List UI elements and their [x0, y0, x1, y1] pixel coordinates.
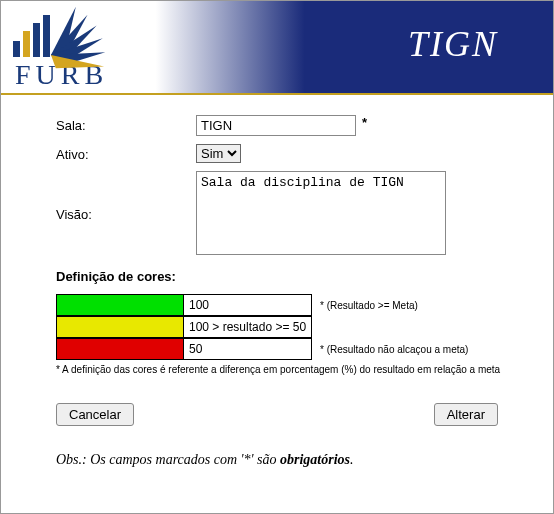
color-swatch-red — [56, 338, 184, 360]
required-mark: * — [362, 115, 367, 136]
ativo-label: Ativo: — [56, 144, 196, 163]
obs-strong: obrigatórios — [280, 452, 350, 467]
color-swatch-yellow — [56, 316, 184, 338]
color-input-yellow[interactable] — [184, 316, 312, 338]
color-note-green: * (Resultado >= Meta) — [320, 300, 418, 311]
obs-note: Obs.: Os campos marcados com '*' são obr… — [56, 452, 508, 468]
color-note-red: * (Resultado não alcaçou a meta) — [320, 344, 468, 355]
sala-input[interactable] — [196, 115, 356, 136]
colors-footnote: * A definição das cores é referente a di… — [56, 364, 508, 375]
app-title: TIGN — [408, 23, 498, 65]
ativo-select[interactable]: Sim — [196, 144, 241, 163]
app-header: FURB TIGN — [1, 1, 553, 95]
color-input-red[interactable] — [184, 338, 312, 360]
visao-label: Visão: — [56, 204, 196, 222]
furb-logo: FURB — [15, 7, 145, 87]
cancel-button[interactable]: Cancelar — [56, 403, 134, 426]
alter-button[interactable]: Alterar — [434, 403, 498, 426]
obs-prefix: Obs.: Os campos marcados com '*' são — [56, 452, 280, 467]
color-row-yellow — [56, 316, 508, 338]
sala-label: Sala: — [56, 115, 196, 136]
obs-suffix: . — [350, 452, 354, 467]
color-row-red: * (Resultado não alcaçou a meta) — [56, 338, 508, 360]
color-swatch-green — [56, 294, 184, 316]
color-input-green[interactable] — [184, 294, 312, 316]
button-row: Cancelar Alterar — [56, 403, 508, 426]
colors-section-title: Definição de cores: — [56, 269, 508, 284]
logo-graphic-icon — [15, 7, 145, 57]
color-row-green: * (Resultado >= Meta) — [56, 294, 508, 316]
form-content: Sala: * Ativo: Sim Visão: Sala da discip… — [1, 95, 553, 478]
visao-textarea[interactable]: Sala da disciplina de TIGN — [196, 171, 446, 255]
